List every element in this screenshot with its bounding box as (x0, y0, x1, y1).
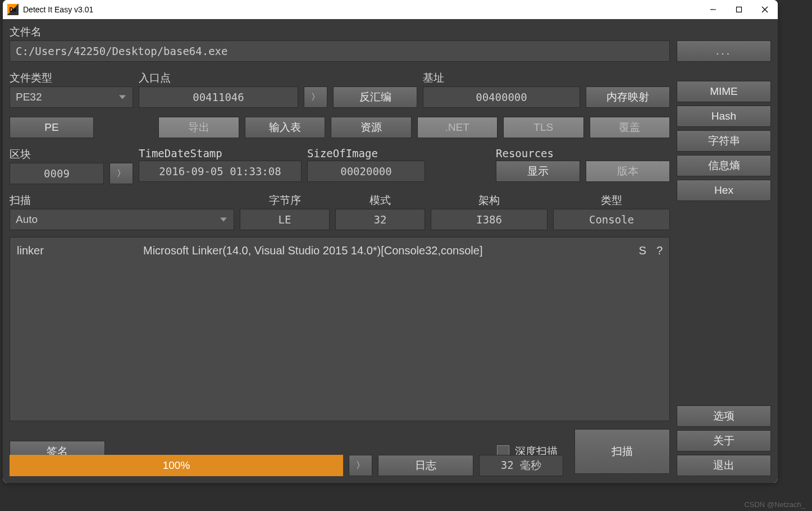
row-sections: 区块 0009 〉 TimeDateStamp 2016-09-05 01:33… (10, 147, 670, 184)
watermark: CSDN @Netzach_ (744, 500, 805, 509)
progress-text: 100% (163, 459, 190, 472)
mode-col: 模式 32 (335, 193, 425, 230)
import-button[interactable]: 输入表 (245, 117, 326, 138)
sizeofimage-label: SizeOfImage (307, 147, 425, 159)
resources-col: Resources 显示 版本 (496, 147, 670, 184)
entrypoint-label: 入口点 (139, 71, 417, 85)
about-button[interactable]: 关于 (677, 430, 771, 451)
window-title: Detect It Easy v3.01 (23, 5, 700, 14)
scan-col: 扫描 Auto (10, 193, 234, 230)
row-pe-buttons: PE 导出 输入表 资源 .NET TLS 覆盖 (10, 117, 670, 138)
row-filetype: 文件类型 PE32 入口点 00411046 〉 反汇编 基址 00400000 (10, 71, 670, 108)
filename-label: 文件名 (10, 25, 670, 39)
tls-button[interactable]: TLS (503, 117, 584, 138)
scan-label: 扫描 (10, 193, 234, 208)
sections-col: 区块 0009 〉 (10, 147, 133, 184)
progress-go-button[interactable]: 〉 (349, 455, 372, 476)
mode-label: 模式 (335, 193, 425, 208)
arch-label: 架构 (431, 193, 548, 208)
scan-select[interactable]: Auto (10, 209, 234, 230)
result-s[interactable]: S (639, 244, 646, 257)
app-window: Detect It Easy v3.01 文件名 C:/Users/42250/… (3, 0, 778, 483)
type-field[interactable]: Console (553, 209, 670, 230)
filename-section: 文件名 C:/Users/42250/Desktop/base64.exe (10, 25, 670, 62)
sections-label: 区块 (10, 147, 133, 162)
titlebar: Detect It Easy v3.01 (3, 0, 778, 19)
mode-field[interactable]: 32 (335, 209, 425, 230)
content-area: 文件名 C:/Users/42250/Desktop/base64.exe 文件… (3, 19, 778, 483)
hex-button[interactable]: Hex (677, 180, 771, 201)
strings-button[interactable]: 字符串 (677, 130, 771, 152)
baseaddr-col: 基址 00400000 内存映射 (423, 71, 670, 108)
endian-field[interactable]: LE (240, 209, 330, 230)
close-button[interactable] (752, 0, 778, 19)
version-button[interactable]: 版本 (586, 161, 670, 182)
entrypoint-go-button[interactable]: 〉 (304, 86, 327, 108)
dotnet-button[interactable]: .NET (417, 117, 498, 138)
entropy-button[interactable]: 信息熵 (677, 155, 771, 176)
progress-bar: 100% (10, 455, 343, 476)
result-row[interactable]: linker Microsoft Linker(14.0, Visual Stu… (17, 242, 663, 259)
side-panel: ... MIME Hash 字符串 信息熵 Hex 选项 关于 退出 (677, 25, 771, 476)
mime-button[interactable]: MIME (677, 81, 771, 102)
result-name: Microsoft Linker(14.0, Visual Studio 201… (143, 244, 639, 257)
window-controls (700, 0, 778, 19)
sections-go-button[interactable]: 〉 (110, 163, 133, 184)
exit-button[interactable]: 退出 (677, 455, 771, 476)
scan-value: Auto (16, 213, 38, 226)
type-col: 类型 Console (553, 193, 670, 230)
resources-label: Resources (496, 147, 670, 159)
browse-button[interactable]: ... (677, 40, 771, 62)
pe-button[interactable]: PE (10, 117, 94, 138)
memmap-button[interactable]: 内存映射 (586, 86, 670, 108)
result-actions: S ? (639, 244, 663, 257)
arch-field[interactable]: I386 (431, 209, 548, 230)
type-label: 类型 (553, 193, 670, 208)
timedatestamp-field[interactable]: 2016-09-05 01:33:08 (139, 161, 302, 182)
hash-button[interactable]: Hash (677, 106, 771, 127)
filetype-col: 文件类型 PE32 (10, 71, 133, 108)
row-scan: 扫描 Auto 字节序 LE 模式 32 架构 I386 类型 Consol (10, 193, 670, 230)
app-icon (7, 4, 19, 15)
baseaddr-field[interactable]: 00400000 (423, 86, 580, 108)
arch-col: 架构 I386 (431, 193, 548, 230)
main-panel: 文件名 C:/Users/42250/Desktop/base64.exe 文件… (10, 25, 670, 476)
elapsed-field: 32 毫秒 (479, 455, 563, 476)
results-list[interactable]: linker Microsoft Linker(14.0, Visual Stu… (10, 237, 670, 421)
filetype-select[interactable]: PE32 (10, 86, 133, 108)
sizeofimage-col: SizeOfImage 00020000 (307, 147, 425, 184)
filetype-value: PE32 (16, 91, 42, 103)
row-bottom2: 100% 〉 日志 32 毫秒 (10, 455, 670, 476)
filepath-field[interactable]: C:/Users/42250/Desktop/base64.exe (10, 40, 670, 62)
sections-field[interactable]: 0009 (10, 163, 104, 184)
result-q[interactable]: ? (656, 244, 663, 257)
result-type: linker (17, 244, 143, 257)
disasm-button[interactable]: 反汇编 (333, 86, 417, 108)
resource-button[interactable]: 资源 (331, 117, 412, 138)
options-button[interactable]: 选项 (677, 405, 771, 427)
overlay-button[interactable]: 覆盖 (590, 117, 670, 138)
timedatestamp-col: TimeDateStamp 2016-09-05 01:33:08 (139, 147, 302, 184)
filetype-label: 文件类型 (10, 71, 133, 85)
entrypoint-col: 入口点 00411046 〉 反汇编 (139, 71, 417, 108)
svg-rect-1 (737, 7, 742, 12)
show-button[interactable]: 显示 (496, 161, 580, 182)
entrypoint-field[interactable]: 00411046 (139, 86, 298, 108)
sizeofimage-field[interactable]: 00020000 (307, 161, 425, 182)
endian-label: 字节序 (240, 193, 330, 208)
endian-col: 字节序 LE (240, 193, 330, 230)
timedatestamp-label: TimeDateStamp (139, 147, 302, 159)
maximize-button[interactable] (726, 0, 752, 19)
minimize-button[interactable] (700, 0, 726, 19)
export-button[interactable]: 导出 (158, 117, 239, 138)
log-button[interactable]: 日志 (378, 455, 473, 476)
baseaddr-label: 基址 (423, 71, 670, 85)
